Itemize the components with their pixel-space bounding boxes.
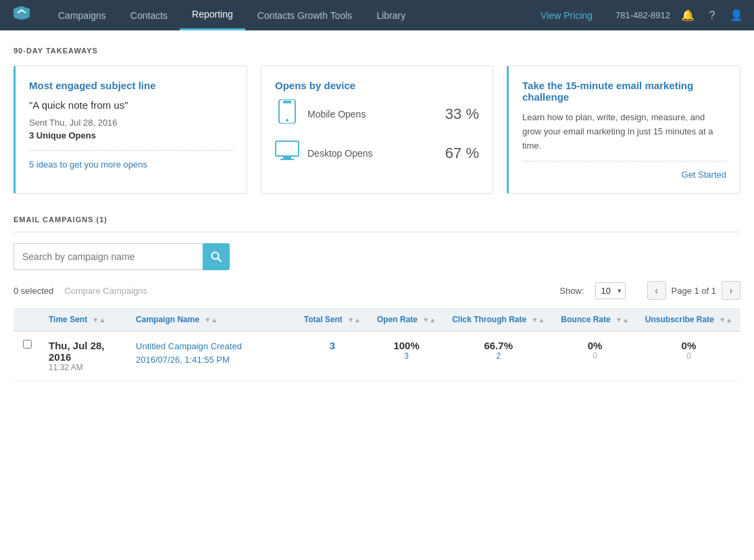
card1-opens: 3 Unique Opens [29,130,233,141]
card3-desc: Learn how to plan, write, design, measur… [522,111,726,153]
sort-arrows-bounce: ▼▲ [615,316,629,324]
compare-button[interactable]: Compare Campaigns [64,286,147,296]
card1-sent: Sent Thu, Jul 28, 2016 [29,118,233,128]
search-row [14,243,740,270]
table-toolbar: 0 selected Compare Campaigns Show: 10 25… [14,281,740,300]
row-campaign-name: Untitled Campaign Created 2016/07/26, 1:… [128,332,296,381]
ctr-sub: 2 [452,351,545,361]
nav-items: Campaigns Contacts Reporting Contacts Gr… [46,0,528,30]
svg-rect-4 [283,157,291,159]
mobile-label: Mobile Opens [307,109,437,120]
card3-link[interactable]: Get Started [682,170,726,180]
svg-rect-1 [283,101,291,103]
card1-subject: "A quick note from us" [29,99,233,111]
show-label: Show: [559,286,584,296]
row-ctr: 66.7% 2 [444,332,553,381]
row-checkbox[interactable] [23,340,32,349]
takeaways-title: 90-DAY TAKEAWAYS [14,47,740,55]
unsub-sub: 0 [645,351,732,361]
header-bounce[interactable]: Bounce Rate ▼▲ [553,308,637,332]
card-engaged: Most engaged subject line "A quick note … [14,66,247,194]
logo[interactable] [11,3,32,27]
open-rate-main: 100% [377,340,436,351]
row-total-sent: 3 [296,332,369,381]
row-date: Thu, Jul 28, 2016 [49,340,120,363]
header-open-rate[interactable]: Open Rate ▼▲ [369,308,444,332]
campaign-link[interactable]: Untitled Campaign Created 2016/07/26, 1:… [136,341,242,365]
row-unsub: 0% 0 [637,332,740,381]
nav-pricing[interactable]: View Pricing [528,0,605,30]
email-section-title: EMAIL CAMPAIGNS (1) [14,215,740,224]
card-device: Opens by device Mobile Opens 33 % [261,66,493,194]
header-campaign-name[interactable]: Campaign Name ▼▲ [128,308,296,332]
mobile-icon [275,99,299,128]
svg-rect-5 [280,159,294,160]
main-content: 90-DAY TAKEAWAYS Most engaged subject li… [0,30,754,560]
sort-arrows-time: ▼▲ [92,316,105,324]
nav-library[interactable]: Library [364,0,418,30]
page-info: Page 1 of 1 [672,286,717,296]
header-total-sent[interactable]: Total Sent ▼▲ [296,308,369,332]
nav-right: View Pricing 781-482-8912 🔔 ? 👤 [528,0,743,30]
unsub-main: 0% [645,340,732,351]
header-ctr[interactable]: Click Through Rate ▼▲ [444,308,553,332]
card1-title: Most engaged subject line [29,80,233,91]
question-icon[interactable]: ? [705,9,719,22]
mobile-row: Mobile Opens 33 % [275,99,479,128]
navbar: Campaigns Contacts Reporting Contacts Gr… [0,0,754,30]
nav-campaigns[interactable]: Campaigns [46,0,118,30]
header-time-sent[interactable]: Time Sent ▼▲ [41,308,128,332]
total-sent-main: 3 [304,340,361,351]
ctr-main: 66.7% [452,340,545,351]
svg-point-2 [286,119,288,122]
desktop-pct: 67 % [445,145,479,162]
sort-arrows-open: ▼▲ [422,316,436,324]
nav-phone: 781-482-8912 [615,10,670,20]
table-row: Thu, Jul 28, 2016 11:32 AM Untitled Camp… [14,332,740,381]
open-rate-sub: 3 [377,351,436,361]
mobile-pct: 33 % [445,105,479,123]
header-checkbox-cell [14,308,41,332]
desktop-row: Desktop Opens 67 % [275,141,479,166]
nav-contacts[interactable]: Contacts [118,0,180,30]
bounce-sub: 0 [561,351,629,361]
user-icon[interactable]: 👤 [730,9,743,22]
nav-reporting[interactable]: Reporting [180,0,245,30]
search-input[interactable] [14,243,203,270]
svg-rect-3 [276,141,299,156]
show-select-wrap: 10 25 50 [595,282,626,299]
desktop-icon [275,141,299,166]
card-challenge: Take the 15-minute email marketing chall… [507,66,740,194]
sort-arrows-name: ▼▲ [204,316,218,324]
desktop-label: Desktop Opens [307,148,437,159]
row-checkbox-cell [14,332,41,381]
search-button[interactable] [203,243,230,270]
cards-row: Most engaged subject line "A quick note … [14,66,740,194]
sort-arrows-unsub: ▼▲ [719,316,732,324]
card1-link[interactable]: 5 ideas to get you more opens [29,159,147,170]
next-page-button[interactable]: › [722,281,740,300]
campaigns-table: Time Sent ▼▲ Campaign Name ▼▲ Total Sent… [14,308,740,381]
show-select[interactable]: 10 25 50 [595,282,626,299]
svg-line-7 [218,259,222,262]
email-campaigns-section: EMAIL CAMPAIGNS (1) 0 selected Compare C… [14,215,740,381]
bell-icon[interactable]: 🔔 [681,9,695,22]
nav-contacts-growth[interactable]: Contacts Growth Tools [245,0,365,30]
row-open-rate: 100% 3 [369,332,444,381]
header-unsub[interactable]: Unsubscribe Rate ▼▲ [637,308,740,332]
row-time: 11:32 AM [49,363,120,372]
row-time-sent: Thu, Jul 28, 2016 11:32 AM [41,332,128,381]
table-header-row: Time Sent ▼▲ Campaign Name ▼▲ Total Sent… [14,308,740,332]
row-bounce: 0% 0 [553,332,637,381]
selected-count: 0 selected [14,286,53,296]
sort-arrows-ctr: ▼▲ [532,316,545,324]
sort-arrows-total: ▼▲ [347,316,361,324]
bounce-main: 0% [561,340,629,351]
prev-page-button[interactable]: ‹ [647,281,666,300]
card2-title: Opens by device [275,80,479,91]
page-nav: ‹ Page 1 of 1 › [647,281,741,300]
card3-title: Take the 15-minute email marketing chall… [522,80,726,103]
